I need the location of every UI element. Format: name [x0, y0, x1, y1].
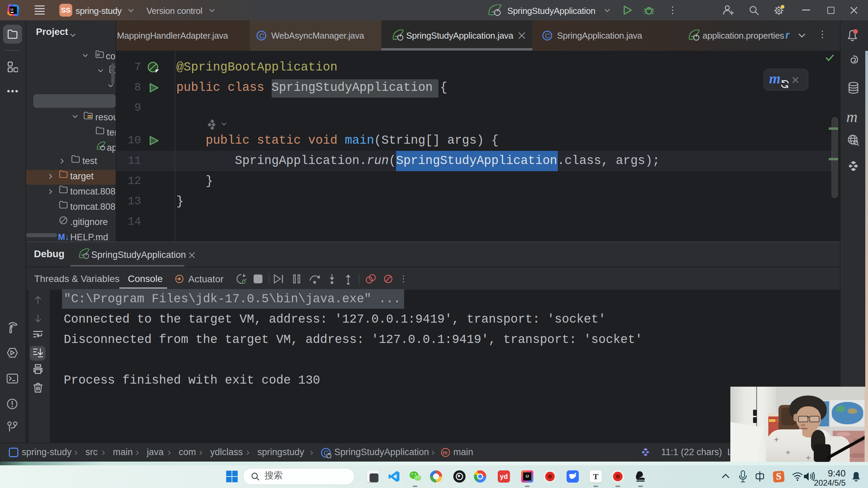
- svg-text:C: C: [259, 32, 264, 40]
- svg-text:m: m: [443, 450, 448, 455]
- svg-text:C: C: [545, 32, 550, 40]
- svg-text:IJ: IJ: [11, 7, 13, 11]
